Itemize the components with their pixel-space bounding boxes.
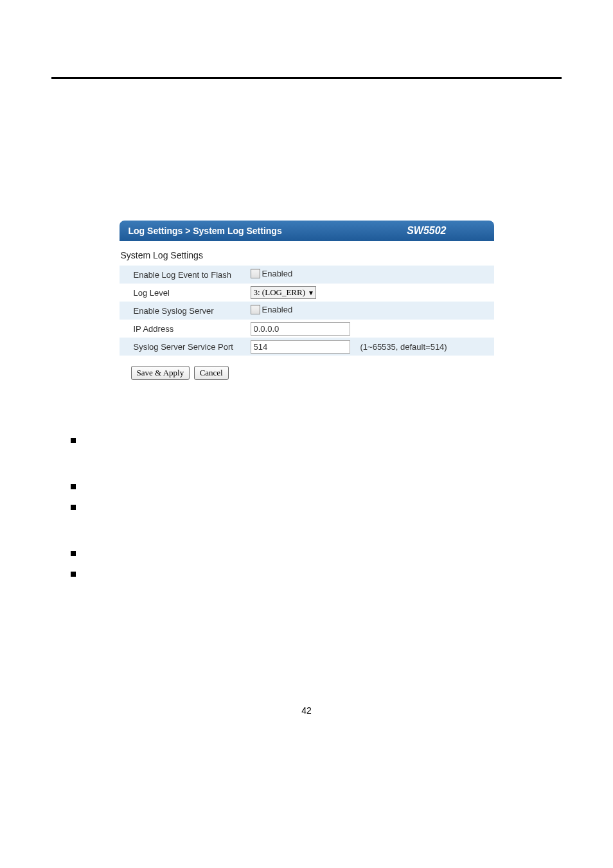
settings-table: Enable Log Event to Flash Enabled Log Le…	[120, 266, 494, 356]
checkbox-label-enable-flash: Enabled	[262, 269, 293, 278]
bullet-icon	[71, 438, 76, 443]
note-service-port: (1~65535, default=514)	[358, 338, 494, 356]
select-value-log-level: 3: (LOG_ERR)	[254, 287, 306, 298]
breadcrumb: Log Settings > System Log Settings	[129, 226, 282, 236]
button-row: Save & Apply Cancel	[131, 366, 494, 380]
chevron-down-icon: ▼	[308, 289, 314, 296]
bullet-list	[71, 438, 613, 577]
panel-header: Log Settings > System Log Settings SW550…	[120, 221, 494, 241]
bullet-icon	[71, 572, 76, 577]
top-rule	[51, 77, 562, 79]
select-log-level[interactable]: 3: (LOG_ERR) ▼	[251, 286, 316, 299]
section-title: System Log Settings	[121, 250, 494, 260]
label-log-level: Log Level	[132, 284, 249, 302]
row-enable-syslog: Enable Syslog Server Enabled	[120, 302, 494, 320]
row-ip-address: IP Address 0.0.0.0	[120, 320, 494, 338]
cancel-button[interactable]: Cancel	[194, 366, 229, 380]
checkbox-enable-flash[interactable]: Enabled	[251, 269, 293, 278]
checkbox-enable-syslog[interactable]: Enabled	[251, 305, 293, 314]
checkbox-label-enable-syslog: Enabled	[262, 305, 293, 314]
save-apply-button[interactable]: Save & Apply	[131, 366, 190, 380]
label-enable-flash: Enable Log Event to Flash	[132, 266, 249, 284]
input-ip-address[interactable]: 0.0.0.0	[251, 322, 350, 336]
row-service-port: Syslog Server Service Port 514 (1~65535,…	[120, 338, 494, 356]
row-enable-flash: Enable Log Event to Flash Enabled	[120, 266, 494, 284]
label-service-port: Syslog Server Service Port	[132, 338, 249, 356]
device-model: SW5502	[407, 225, 446, 237]
system-log-settings-panel: Log Settings > System Log Settings SW550…	[120, 221, 494, 380]
label-ip-address: IP Address	[132, 320, 249, 338]
page-number: 42	[0, 705, 613, 741]
bullet-icon	[71, 505, 76, 510]
bullet-icon	[71, 551, 76, 556]
bullet-icon	[71, 484, 76, 489]
checkbox-icon	[251, 269, 260, 278]
label-enable-syslog: Enable Syslog Server	[132, 302, 249, 320]
checkbox-icon	[251, 305, 260, 314]
row-log-level: Log Level 3: (LOG_ERR) ▼	[120, 284, 494, 302]
input-service-port[interactable]: 514	[251, 340, 350, 354]
